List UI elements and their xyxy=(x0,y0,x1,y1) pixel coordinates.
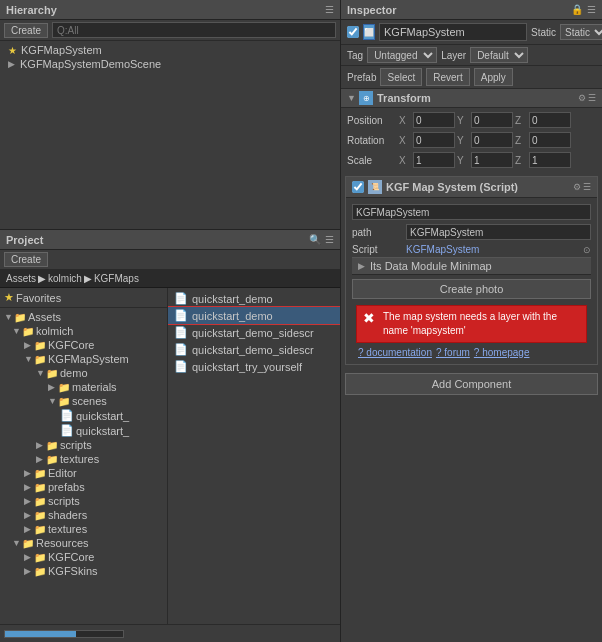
hierarchy-item-kgfmapsystem[interactable]: ★ KGFMapSystem xyxy=(4,43,336,57)
tree-resources[interactable]: ▼ 📁 Resources xyxy=(0,536,167,550)
script-active-checkbox[interactable] xyxy=(352,181,364,193)
transform-gear-icon[interactable]: ⚙ xyxy=(578,93,586,103)
tree-scripts[interactable]: ▶ 📁 scripts xyxy=(0,438,167,452)
prefab-select-button[interactable]: Select xyxy=(380,68,422,86)
project-create-button[interactable]: Create xyxy=(4,252,48,267)
tree-materials-label: materials xyxy=(72,381,117,393)
favorites-star-icon: ★ xyxy=(4,291,14,304)
tree-textures[interactable]: ▶ 📁 textures xyxy=(0,452,167,466)
script-gear-icon[interactable]: ⚙ xyxy=(573,182,581,192)
position-row: Position X Y Z xyxy=(341,110,602,130)
tree-kgfmapsystem[interactable]: ▼ 📁 KGFMapSystem xyxy=(0,352,167,366)
tree-kgfskins[interactable]: ▶ 📁 KGFSkins xyxy=(0,564,167,578)
folder-icon: 📁 xyxy=(34,354,46,365)
file-quickstart-demo-1[interactable]: 📄 quickstart_demo xyxy=(168,290,340,307)
tree-assets[interactable]: ▼ 📁 Assets xyxy=(0,310,167,324)
prefab-apply-button[interactable]: Apply xyxy=(474,68,513,86)
go-name-input[interactable] xyxy=(379,23,527,41)
hierarchy-menu-icon[interactable]: ☰ xyxy=(325,4,334,15)
tree-shaders[interactable]: ▶ 📁 shaders xyxy=(0,508,167,522)
forum-link[interactable]: ? forum xyxy=(436,347,470,358)
tree-shaders-label: shaders xyxy=(48,509,87,521)
path-input[interactable] xyxy=(406,224,591,240)
script-go-name-input[interactable] xyxy=(352,204,591,220)
hierarchy-header-icons: ☰ xyxy=(325,4,334,15)
sy-axis-label: Y xyxy=(457,155,469,166)
tree-materials[interactable]: ▶ 📁 materials xyxy=(0,380,167,394)
project-toolbar: Create xyxy=(0,250,340,270)
file-quickstart-try-yourself[interactable]: 📄 quickstart_try_yourself xyxy=(168,358,340,375)
go-active-checkbox[interactable] xyxy=(347,26,359,38)
script-menu-icon[interactable]: ☰ xyxy=(583,182,591,192)
rotation-row: Rotation X Y Z xyxy=(341,130,602,150)
expand-icon: ▶ xyxy=(24,482,32,492)
tree-demo[interactable]: ▼ 📁 demo xyxy=(0,366,167,380)
hierarchy-content: ★ KGFMapSystem ▶ KGFMapSystemDemoScene xyxy=(0,41,340,229)
scl-x-input[interactable] xyxy=(413,152,455,168)
tree-editor[interactable]: ▶ 📁 Editor xyxy=(0,466,167,480)
tree-kgfcore2[interactable]: ▶ 📁 KGFCore xyxy=(0,550,167,564)
tree-kgfcore2-label: KGFCore xyxy=(48,551,94,563)
file-label: quickstart_demo_sidescr xyxy=(192,327,314,339)
tree-kolmich[interactable]: ▼ 📁 kolmich xyxy=(0,324,167,338)
scene-icon: 📄 xyxy=(174,292,188,305)
path-sep1: ▶ xyxy=(38,273,46,284)
create-photo-button[interactable]: Create photo xyxy=(352,279,591,299)
folder-icon: 📁 xyxy=(34,340,46,351)
expand-icon: ▶ xyxy=(36,440,44,450)
inspector-header: Inspector 🔒 ☰ xyxy=(341,0,602,20)
add-component-button[interactable]: Add Component xyxy=(345,373,598,395)
minimap-header[interactable]: ▶ Its Data Module Minimap xyxy=(352,257,591,275)
tree-scenes[interactable]: ▼ 📁 scenes xyxy=(0,394,167,408)
transform-section: Position X Y Z Rotation X Y Z xyxy=(341,108,602,172)
go-icon: ⬜ xyxy=(363,24,375,40)
tree-favorites[interactable]: ★ Favorites xyxy=(0,290,167,305)
tree-scripts2[interactable]: ▶ 📁 scripts xyxy=(0,494,167,508)
tree-quickstart1[interactable]: 📄 quickstart_ xyxy=(0,408,167,423)
tree-quickstart2[interactable]: 📄 quickstart_ xyxy=(0,423,167,438)
homepage-link[interactable]: ? homepage xyxy=(474,347,530,358)
tag-dropdown[interactable]: Untagged xyxy=(367,47,437,63)
tree-textures2-label: textures xyxy=(48,523,87,535)
tree-kgfcore[interactable]: ▶ 📁 KGFCore xyxy=(0,338,167,352)
inspector-content: ⬜ Static Static Tag Untagged Layer Defau… xyxy=(341,20,602,642)
tree-resources-label: Resources xyxy=(36,537,89,549)
path-kolmich: kolmich xyxy=(48,273,82,284)
project-menu-icon[interactable]: ☰ xyxy=(325,234,334,245)
layer-dropdown[interactable]: Default xyxy=(470,47,528,63)
script-field-label: Script xyxy=(352,244,402,255)
pos-z-input[interactable] xyxy=(529,112,571,128)
rot-y-input[interactable] xyxy=(471,132,513,148)
x-axis-label: X xyxy=(399,115,411,126)
tree-prefabs[interactable]: ▶ 📁 prefabs xyxy=(0,480,167,494)
scl-y-input[interactable] xyxy=(471,152,513,168)
hierarchy-create-button[interactable]: Create xyxy=(4,23,48,38)
hierarchy-search-input[interactable] xyxy=(52,22,336,38)
transform-menu-icon[interactable]: ☰ xyxy=(588,93,596,103)
expand-icon: ▼ xyxy=(24,354,32,364)
rot-z-input[interactable] xyxy=(529,132,571,148)
tree-textures2[interactable]: ▶ 📁 textures xyxy=(0,522,167,536)
script-ref-link[interactable]: KGFMapSystem xyxy=(406,244,579,255)
inspector-menu-icon[interactable]: ☰ xyxy=(587,4,596,15)
transform-component-header[interactable]: ▼ ⊕ Transform ⚙ ☰ xyxy=(341,89,602,108)
inspector-lock-icon[interactable]: 🔒 xyxy=(571,4,583,15)
project-search-icon[interactable]: 🔍 xyxy=(309,234,321,245)
scl-z-input[interactable] xyxy=(529,152,571,168)
project-header-icons: 🔍 ☰ xyxy=(309,234,334,245)
prefab-revert-button[interactable]: Revert xyxy=(426,68,469,86)
hierarchy-item-kgfmapsystemdemoscene[interactable]: ▶ KGFMapSystemDemoScene xyxy=(4,57,336,71)
documentation-link[interactable]: ? documentation xyxy=(358,347,432,358)
project-path-bar: Assets ▶ kolmich ▶ KGFMaps xyxy=(0,270,340,288)
script-icon: 📜 xyxy=(368,180,382,194)
pos-y-input[interactable] xyxy=(471,112,513,128)
file-quickstart-demo-sidescreen-2[interactable]: 📄 quickstart_demo_sidescr xyxy=(168,341,340,358)
script-ref-row: Script KGFMapSystem ⊙ xyxy=(352,242,591,257)
tree-kgfmapsystem-label: KGFMapSystem xyxy=(48,353,129,365)
rot-x-input[interactable] xyxy=(413,132,455,148)
pos-x-input[interactable] xyxy=(413,112,455,128)
file-quickstart-demo-sidescreen-1[interactable]: 📄 quickstart_demo_sidescr xyxy=(168,324,340,341)
transform-expand-icon: ▼ xyxy=(347,93,355,103)
static-dropdown[interactable]: Static xyxy=(560,24,602,40)
file-quickstart-demo-2[interactable]: 📄 quickstart_demo xyxy=(168,307,340,324)
